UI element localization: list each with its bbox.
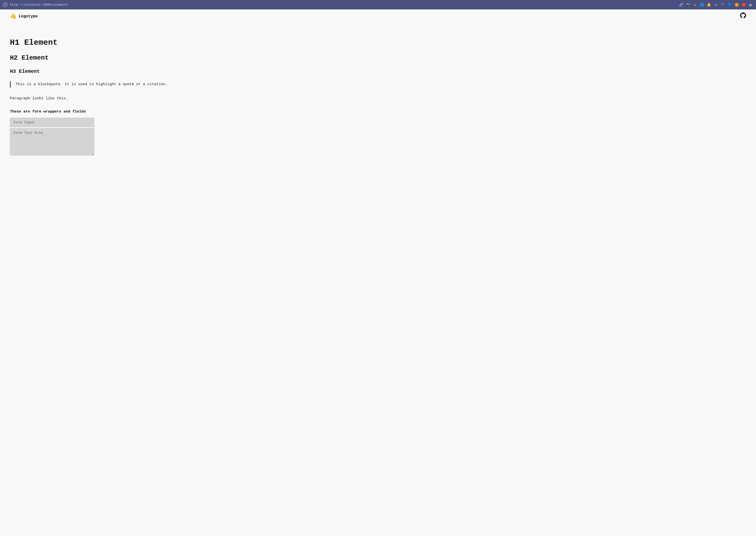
browser-chrome: i http://localhost:3000/elements 🔗 📷 ✉ 🌐… bbox=[0, 0, 756, 10]
arrows-ext-icon[interactable]: ⇆ bbox=[713, 2, 718, 7]
h3-element: H3 Element bbox=[10, 69, 189, 74]
bell-ext-icon[interactable]: 🔔 bbox=[707, 2, 711, 7]
blue-ext-icon[interactable]: 🔵 bbox=[727, 2, 732, 7]
github-icon[interactable] bbox=[740, 13, 746, 20]
h1-element: H1 Element bbox=[10, 38, 189, 47]
h2-element: H2 Element bbox=[10, 54, 189, 62]
brand-label: Logotype bbox=[18, 14, 38, 18]
link-ext-icon[interactable]: 🔗 bbox=[678, 2, 683, 7]
globe-ext-icon[interactable]: 🌐 bbox=[699, 2, 704, 7]
grid-ext-icon[interactable]: ▦ bbox=[748, 2, 753, 7]
browser-info-icon: i bbox=[3, 3, 8, 7]
browser-extensions: 🔗 📷 ✉ 🌐 🔔 ⇆ 🛡 🔵 🟠 🔴 ▦ bbox=[678, 2, 753, 7]
orange-ext-icon[interactable]: 🟠 bbox=[734, 2, 739, 7]
form-section-label: These are form wrappers and fields bbox=[10, 110, 189, 114]
mail-ext-icon[interactable]: ✉ bbox=[692, 2, 697, 7]
blockquote: This is a blockquote. It is used to high… bbox=[10, 81, 189, 88]
form-input[interactable] bbox=[10, 118, 94, 127]
red-ext-icon[interactable]: 🔴 bbox=[741, 2, 746, 7]
paragraph: Paragraph looks like this. bbox=[10, 96, 189, 102]
navbar-brand[interactable]: 🤙 Logotype bbox=[10, 13, 38, 19]
camera-ext-icon[interactable]: 📷 bbox=[685, 2, 690, 7]
brand-icon: 🤙 bbox=[10, 13, 16, 19]
shield-ext-icon[interactable]: 🛡 bbox=[720, 2, 725, 7]
main-content: H1 Element H2 Element H3 Element This is… bbox=[0, 23, 199, 175]
form-wrapper bbox=[10, 118, 94, 155]
browser-url-bar[interactable]: http://localhost:3000/elements bbox=[10, 3, 676, 7]
navbar: 🤙 Logotype bbox=[0, 10, 756, 23]
form-textarea[interactable] bbox=[10, 128, 94, 155]
page-container: 🤙 Logotype H1 Element H2 Element H3 Elem… bbox=[0, 10, 756, 536]
